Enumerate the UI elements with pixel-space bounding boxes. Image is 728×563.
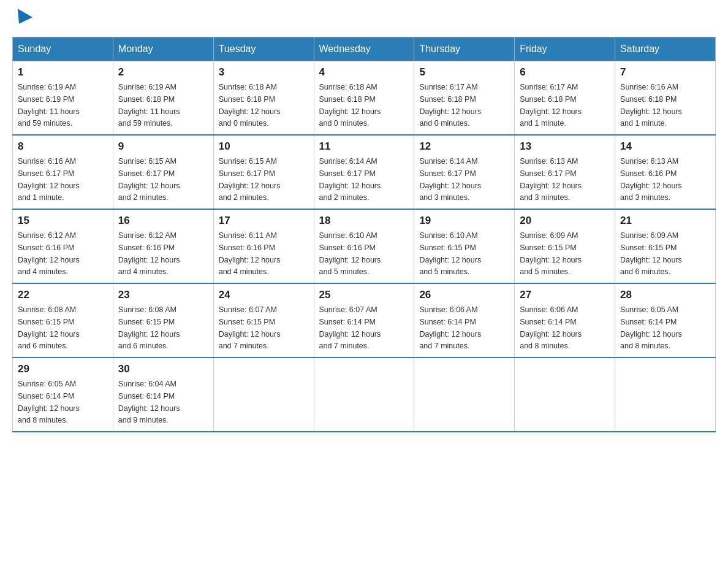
day-info: Sunrise: 6:11 AMSunset: 6:16 PMDaylight:… <box>219 231 281 276</box>
day-info: Sunrise: 6:13 AMSunset: 6:16 PMDaylight:… <box>620 157 682 202</box>
day-cell <box>515 358 615 432</box>
day-info: Sunrise: 6:19 AMSunset: 6:19 PMDaylight:… <box>18 83 80 128</box>
day-number: 20 <box>520 215 610 227</box>
col-header-friday: Friday <box>515 37 615 61</box>
day-info: Sunrise: 6:09 AMSunset: 6:15 PMDaylight:… <box>620 231 682 276</box>
week-row-3: 15Sunrise: 6:12 AMSunset: 6:16 PMDayligh… <box>13 209 716 283</box>
day-cell: 10Sunrise: 6:15 AMSunset: 6:17 PMDayligh… <box>213 135 314 209</box>
day-number: 3 <box>219 66 309 79</box>
col-header-monday: Monday <box>113 37 213 61</box>
day-number: 14 <box>620 140 710 153</box>
day-info: Sunrise: 6:10 AMSunset: 6:16 PMDaylight:… <box>319 231 381 276</box>
day-cell: 28Sunrise: 6:05 AMSunset: 6:14 PMDayligh… <box>615 283 716 358</box>
day-info: Sunrise: 6:13 AMSunset: 6:17 PMDaylight:… <box>520 157 582 202</box>
day-cell: 17Sunrise: 6:11 AMSunset: 6:16 PMDayligh… <box>213 209 314 283</box>
day-cell: 11Sunrise: 6:14 AMSunset: 6:17 PMDayligh… <box>314 135 414 209</box>
day-cell <box>615 358 716 432</box>
day-info: Sunrise: 6:16 AMSunset: 6:18 PMDaylight:… <box>620 83 682 128</box>
day-number: 9 <box>118 140 208 153</box>
day-cell: 25Sunrise: 6:07 AMSunset: 6:14 PMDayligh… <box>314 283 414 358</box>
day-cell: 20Sunrise: 6:09 AMSunset: 6:15 PMDayligh… <box>515 209 615 283</box>
day-cell: 23Sunrise: 6:08 AMSunset: 6:15 PMDayligh… <box>113 283 213 358</box>
day-info: Sunrise: 6:15 AMSunset: 6:17 PMDaylight:… <box>118 157 180 202</box>
day-info: Sunrise: 6:08 AMSunset: 6:15 PMDaylight:… <box>118 305 180 350</box>
day-info: Sunrise: 6:16 AMSunset: 6:17 PMDaylight:… <box>18 157 80 202</box>
day-cell: 8Sunrise: 6:16 AMSunset: 6:17 PMDaylight… <box>13 135 113 209</box>
day-cell: 24Sunrise: 6:07 AMSunset: 6:15 PMDayligh… <box>213 283 314 358</box>
day-cell: 3Sunrise: 6:18 AMSunset: 6:18 PMDaylight… <box>213 61 314 136</box>
day-cell: 27Sunrise: 6:06 AMSunset: 6:14 PMDayligh… <box>515 283 615 358</box>
day-cell: 22Sunrise: 6:08 AMSunset: 6:15 PMDayligh… <box>13 283 113 358</box>
day-number: 7 <box>620 66 710 79</box>
day-number: 26 <box>419 289 509 301</box>
day-info: Sunrise: 6:12 AMSunset: 6:16 PMDaylight:… <box>118 231 180 276</box>
day-number: 19 <box>419 215 509 227</box>
day-number: 28 <box>620 289 710 301</box>
day-cell: 7Sunrise: 6:16 AMSunset: 6:18 PMDaylight… <box>615 61 716 136</box>
day-cell: 18Sunrise: 6:10 AMSunset: 6:16 PMDayligh… <box>314 209 414 283</box>
day-info: Sunrise: 6:05 AMSunset: 6:14 PMDaylight:… <box>18 380 80 424</box>
week-row-1: 1Sunrise: 6:19 AMSunset: 6:19 PMDaylight… <box>13 61 716 136</box>
page-header <box>12 12 716 25</box>
day-cell: 9Sunrise: 6:15 AMSunset: 6:17 PMDaylight… <box>113 135 213 209</box>
day-number: 25 <box>319 289 409 301</box>
day-info: Sunrise: 6:07 AMSunset: 6:14 PMDaylight:… <box>319 305 381 350</box>
day-info: Sunrise: 6:10 AMSunset: 6:15 PMDaylight:… <box>419 231 481 276</box>
day-number: 17 <box>219 215 309 227</box>
day-info: Sunrise: 6:12 AMSunset: 6:16 PMDaylight:… <box>18 231 80 276</box>
week-row-5: 29Sunrise: 6:05 AMSunset: 6:14 PMDayligh… <box>13 358 716 432</box>
day-cell: 30Sunrise: 6:04 AMSunset: 6:14 PMDayligh… <box>113 358 213 432</box>
day-number: 8 <box>18 140 108 153</box>
day-number: 4 <box>319 66 409 79</box>
day-cell: 26Sunrise: 6:06 AMSunset: 6:14 PMDayligh… <box>414 283 515 358</box>
day-info: Sunrise: 6:15 AMSunset: 6:17 PMDaylight:… <box>219 157 281 202</box>
day-info: Sunrise: 6:09 AMSunset: 6:15 PMDaylight:… <box>520 231 582 276</box>
day-info: Sunrise: 6:08 AMSunset: 6:15 PMDaylight:… <box>18 305 80 350</box>
day-number: 5 <box>419 66 509 79</box>
day-info: Sunrise: 6:14 AMSunset: 6:17 PMDaylight:… <box>419 157 481 202</box>
logo-triangle-icon <box>12 9 32 28</box>
day-number: 10 <box>219 140 309 153</box>
day-number: 30 <box>118 363 208 375</box>
day-number: 12 <box>419 140 509 153</box>
day-number: 27 <box>520 289 610 301</box>
day-cell: 6Sunrise: 6:17 AMSunset: 6:18 PMDaylight… <box>515 61 615 136</box>
day-info: Sunrise: 6:18 AMSunset: 6:18 PMDaylight:… <box>319 83 381 128</box>
day-info: Sunrise: 6:05 AMSunset: 6:14 PMDaylight:… <box>620 305 682 350</box>
day-info: Sunrise: 6:06 AMSunset: 6:14 PMDaylight:… <box>419 305 481 350</box>
day-cell: 4Sunrise: 6:18 AMSunset: 6:18 PMDaylight… <box>314 61 414 136</box>
logo <box>12 12 32 25</box>
day-info: Sunrise: 6:06 AMSunset: 6:14 PMDaylight:… <box>520 305 582 350</box>
day-cell: 14Sunrise: 6:13 AMSunset: 6:16 PMDayligh… <box>615 135 716 209</box>
day-cell: 21Sunrise: 6:09 AMSunset: 6:15 PMDayligh… <box>615 209 716 283</box>
day-info: Sunrise: 6:07 AMSunset: 6:15 PMDaylight:… <box>219 305 281 350</box>
day-cell: 15Sunrise: 6:12 AMSunset: 6:16 PMDayligh… <box>13 209 113 283</box>
day-number: 1 <box>18 66 108 79</box>
week-row-2: 8Sunrise: 6:16 AMSunset: 6:17 PMDaylight… <box>13 135 716 209</box>
day-number: 6 <box>520 66 610 79</box>
day-cell: 19Sunrise: 6:10 AMSunset: 6:15 PMDayligh… <box>414 209 515 283</box>
day-number: 29 <box>18 363 108 375</box>
day-number: 13 <box>520 140 610 153</box>
day-cell: 29Sunrise: 6:05 AMSunset: 6:14 PMDayligh… <box>13 358 113 432</box>
col-header-saturday: Saturday <box>615 37 716 61</box>
day-number: 18 <box>319 215 409 227</box>
day-cell: 5Sunrise: 6:17 AMSunset: 6:18 PMDaylight… <box>414 61 515 136</box>
day-info: Sunrise: 6:17 AMSunset: 6:18 PMDaylight:… <box>419 83 481 128</box>
day-cell <box>314 358 414 432</box>
day-number: 23 <box>118 289 208 301</box>
col-header-thursday: Thursday <box>414 37 515 61</box>
day-cell <box>213 358 314 432</box>
week-row-4: 22Sunrise: 6:08 AMSunset: 6:15 PMDayligh… <box>13 283 716 358</box>
col-header-wednesday: Wednesday <box>314 37 414 61</box>
day-number: 21 <box>620 215 710 227</box>
calendar-table: SundayMondayTuesdayWednesdayThursdayFrid… <box>12 37 716 432</box>
day-info: Sunrise: 6:14 AMSunset: 6:17 PMDaylight:… <box>319 157 381 202</box>
day-cell: 16Sunrise: 6:12 AMSunset: 6:16 PMDayligh… <box>113 209 213 283</box>
day-number: 2 <box>118 66 208 79</box>
day-cell: 13Sunrise: 6:13 AMSunset: 6:17 PMDayligh… <box>515 135 615 209</box>
day-number: 22 <box>18 289 108 301</box>
day-info: Sunrise: 6:19 AMSunset: 6:18 PMDaylight:… <box>118 83 180 128</box>
day-info: Sunrise: 6:04 AMSunset: 6:14 PMDaylight:… <box>118 380 180 424</box>
col-header-sunday: Sunday <box>13 37 113 61</box>
